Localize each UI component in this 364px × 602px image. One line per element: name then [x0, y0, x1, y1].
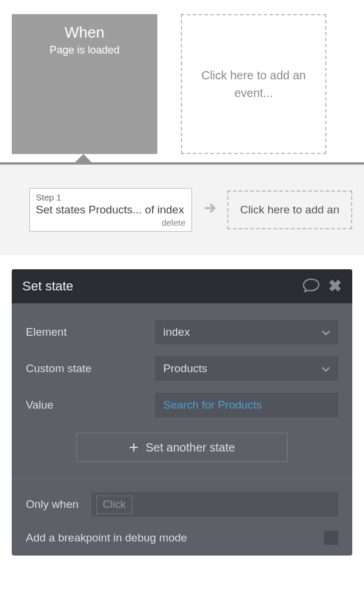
only-when-input[interactable]: Click	[92, 492, 338, 517]
close-icon[interactable]: ✖	[328, 278, 342, 295]
step-label: Step 1	[36, 192, 186, 202]
step-title: Set states Products... of index	[36, 203, 186, 216]
value-input[interactable]: Search for Products	[155, 393, 338, 417]
panel-body: Element index Custom state Products Valu…	[12, 303, 352, 556]
custom-state-dropdown[interactable]: Products	[155, 356, 338, 381]
only-when-row: Only when Click	[26, 492, 338, 517]
pointer-triangle	[75, 154, 92, 162]
value-value: Search for Products	[163, 399, 262, 412]
add-event-placeholder[interactable]: Click here to add an event...	[181, 14, 326, 154]
element-value: index	[163, 326, 190, 339]
set-another-state-button[interactable]: + Set another state	[76, 433, 288, 462]
arrow-right-icon	[201, 199, 218, 221]
value-row: Value Search for Products	[26, 393, 338, 417]
breakpoint-row: Add a breakpoint in debug mode	[26, 531, 338, 545]
panel-header: Set state ✖	[12, 269, 352, 303]
only-when-label: Only when	[26, 498, 92, 511]
step-box[interactable]: Step 1 Set states Products... of index d…	[29, 188, 192, 232]
only-when-chip[interactable]: Click	[96, 496, 132, 514]
element-label: Element	[26, 326, 155, 339]
event-subtitle: Page is loaded	[49, 44, 119, 56]
element-row: Element index	[26, 320, 338, 345]
divider	[12, 479, 352, 479]
chevron-down-icon	[322, 362, 330, 375]
add-action-placeholder[interactable]: Click here to add an	[227, 190, 352, 229]
step-delete-link[interactable]: delete	[36, 218, 186, 228]
value-label: Value	[26, 399, 155, 412]
set-another-label: Set another state	[146, 441, 235, 454]
breakpoint-label: Add a breakpoint in debug mode	[26, 531, 187, 544]
panel-title: Set state	[22, 279, 73, 294]
custom-state-row: Custom state Products	[26, 356, 338, 381]
add-action-text: Click here to add an	[240, 203, 339, 216]
event-title: When	[65, 24, 105, 42]
add-event-text: Click here to add an event...	[194, 66, 314, 102]
custom-state-label: Custom state	[26, 362, 155, 375]
comment-icon[interactable]	[302, 277, 320, 295]
steps-panel: Step 1 Set states Products... of index d…	[0, 162, 364, 255]
breakpoint-checkbox[interactable]	[324, 531, 338, 545]
chevron-down-icon	[322, 326, 330, 339]
custom-state-value: Products	[163, 362, 207, 375]
element-dropdown[interactable]: index	[155, 320, 338, 345]
event-when-block[interactable]: When Page is loaded	[12, 14, 157, 154]
property-panel: Set state ✖ Element index Custom state P…	[12, 269, 352, 556]
plus-icon: +	[129, 438, 139, 457]
